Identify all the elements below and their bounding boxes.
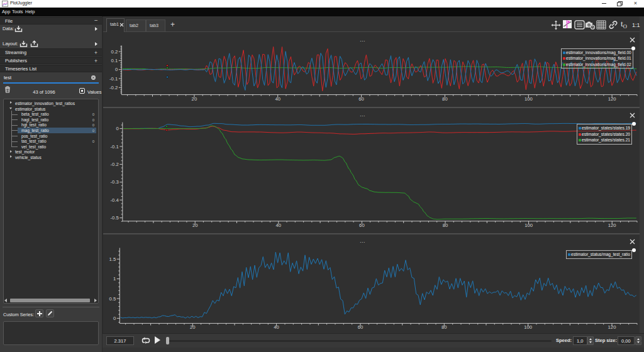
svg-text:40: 40 [276, 223, 282, 228]
svg-text:40: 40 [275, 96, 280, 102]
svg-text:20: 20 [192, 96, 197, 102]
svg-text:0: 0 [113, 316, 116, 321]
svg-text:100: 100 [524, 324, 532, 330]
svg-text:-0.1: -0.1 [109, 76, 118, 82]
svg-text:120: 120 [608, 324, 616, 330]
svg-text:80: 80 [443, 223, 448, 228]
svg-text:40: 40 [274, 324, 279, 330]
svg-text:80: 80 [442, 96, 448, 102]
svg-text:0.2: 0.2 [111, 49, 118, 55]
svg-text:20: 20 [192, 223, 198, 228]
svg-text:100: 100 [525, 223, 533, 228]
svg-text:60: 60 [359, 223, 365, 228]
svg-text:60: 60 [358, 324, 364, 330]
svg-text:-0.2: -0.2 [109, 85, 118, 91]
svg-text:120: 120 [608, 223, 616, 228]
svg-text:-0.4: -0.4 [111, 197, 119, 203]
svg-text:-0.5: -0.5 [111, 215, 119, 221]
svg-text:0.5: 0.5 [109, 296, 116, 302]
svg-text:1: 1 [113, 276, 116, 282]
svg-text:-0.2: -0.2 [111, 162, 119, 167]
svg-text:60: 60 [358, 96, 364, 102]
svg-text:-0.1: -0.1 [111, 144, 119, 150]
svg-text:80: 80 [441, 324, 447, 330]
svg-text:0: 0 [116, 126, 119, 131]
svg-text:20: 20 [190, 324, 196, 330]
svg-text:100: 100 [525, 96, 533, 102]
svg-text:0: 0 [115, 67, 118, 72]
svg-text:0.1: 0.1 [111, 58, 118, 63]
svg-text:-0.3: -0.3 [111, 179, 119, 185]
svg-text:1.5: 1.5 [109, 256, 116, 262]
svg-text:120: 120 [608, 96, 616, 102]
